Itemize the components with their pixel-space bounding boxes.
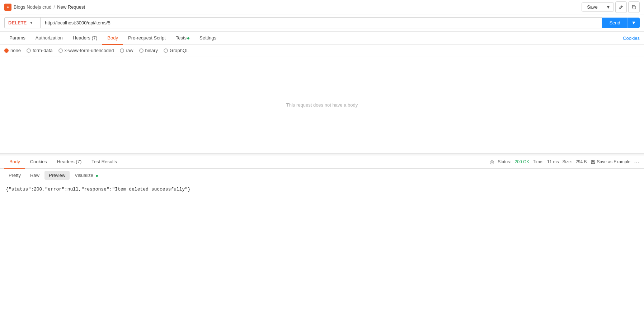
save-example-label: Save as Example — [597, 159, 630, 164]
method-label: DELETE — [8, 20, 27, 25]
radio-graphql-dot — [164, 48, 168, 53]
request-name: New Request — [57, 4, 85, 10]
save-button[interactable]: Save — [582, 3, 603, 11]
send-btn-group: Send ▼ — [602, 18, 640, 28]
sub-tab-raw[interactable]: Raw — [26, 171, 44, 180]
breadcrumb-separator: / — [54, 4, 55, 10]
top-bar: Blogs Nodejs crud / New Request Save ▼ — [0, 0, 644, 14]
response-section: Body Cookies Headers (7) Test Results ◎ … — [0, 155, 644, 333]
body-type-form-data[interactable]: form-data — [27, 48, 53, 53]
body-type-raw[interactable]: raw — [120, 48, 133, 53]
method-chevron-icon: ▼ — [29, 21, 33, 25]
save-example-icon — [591, 159, 596, 164]
resp-tab-body[interactable]: Body — [4, 155, 25, 169]
time-label: Time: — [533, 159, 544, 164]
more-options-button[interactable]: ⋯ — [634, 159, 640, 165]
body-type-urlencoded[interactable]: x-www-form-urlencoded — [58, 48, 114, 53]
no-body-message: This request does not have a body — [286, 102, 358, 108]
tab-authorization[interactable]: Authorization — [30, 32, 68, 45]
edit-icon-button[interactable] — [615, 1, 627, 13]
tab-settings[interactable]: Settings — [194, 32, 221, 45]
copy-icon — [631, 5, 636, 10]
size-value: 294 B — [575, 159, 587, 164]
tab-pre-request[interactable]: Pre-request Script — [123, 32, 171, 45]
url-input[interactable] — [40, 17, 602, 28]
tab-params[interactable]: Params — [4, 32, 30, 45]
radio-urlencoded-dot — [58, 48, 63, 53]
request-section: Params Authorization Headers (7) Body Pr… — [0, 32, 644, 153]
radio-none-dot — [4, 48, 9, 53]
tab-headers[interactable]: Headers (7) — [68, 32, 103, 45]
cookies-link[interactable]: Cookies — [623, 36, 640, 41]
response-body-text: {"status":200,"error":null,"response":"I… — [6, 187, 191, 192]
response-meta: ◎ Status: 200 OK Time: 11 ms Size: 294 B… — [490, 159, 640, 165]
radio-binary-dot — [139, 48, 144, 53]
radio-form-data-dot — [27, 48, 31, 53]
edit-icon — [619, 5, 624, 10]
tab-body[interactable]: Body — [102, 32, 123, 45]
svg-rect-1 — [633, 6, 636, 9]
top-bar-actions: Save ▼ — [582, 1, 640, 13]
request-body-area: This request does not have a body — [0, 56, 644, 153]
url-bar: DELETE ▼ Send ▼ — [0, 14, 644, 32]
size-label: Size: — [563, 159, 572, 164]
request-tabs: Params Authorization Headers (7) Body Pr… — [0, 32, 644, 45]
sub-tab-visualize[interactable]: Visualize — [70, 171, 102, 180]
status-value: 200 OK — [515, 159, 530, 164]
copy-icon-button[interactable] — [628, 1, 640, 13]
app-icon — [4, 4, 11, 11]
sub-tab-preview[interactable]: Preview — [44, 171, 70, 180]
radio-raw-dot — [120, 48, 124, 53]
visualize-dot — [96, 175, 98, 177]
save-dropdown-button[interactable]: ▼ — [603, 3, 614, 11]
send-dropdown-button[interactable]: ▼ — [627, 18, 640, 28]
body-type-binary[interactable]: binary — [139, 48, 158, 53]
globe-icon: ◎ — [490, 159, 494, 165]
time-value: 11 ms — [547, 159, 559, 164]
response-tabs-bar: Body Cookies Headers (7) Test Results ◎ … — [0, 155, 644, 169]
collection-name: Blogs Nodejs crud — [14, 4, 52, 10]
tests-badge — [187, 37, 189, 39]
status-label: Status: — [498, 159, 511, 164]
resp-tab-test-results[interactable]: Test Results — [86, 155, 122, 169]
response-body-content: {"status":200,"error":null,"response":"I… — [0, 182, 644, 196]
app-layout: Blogs Nodejs crud / New Request Save ▼ — [0, 0, 644, 333]
resp-tab-cookies[interactable]: Cookies — [25, 155, 52, 169]
response-sub-tabs: Pretty Raw Preview Visualize — [0, 169, 644, 182]
save-example-btn[interactable]: Save as Example — [591, 159, 630, 164]
method-selector[interactable]: DELETE ▼ — [4, 17, 40, 28]
tab-tests[interactable]: Tests — [171, 32, 194, 45]
body-type-graphql[interactable]: GraphQL — [164, 48, 189, 53]
body-type-row: none form-data x-www-form-urlencoded raw… — [0, 45, 644, 56]
breadcrumb: Blogs Nodejs crud / New Request — [4, 4, 85, 11]
resp-tab-headers[interactable]: Headers (7) — [52, 155, 87, 169]
save-btn-group: Save ▼ — [582, 2, 614, 12]
sub-tab-pretty[interactable]: Pretty — [4, 171, 25, 180]
send-button[interactable]: Send — [602, 18, 627, 28]
body-type-none[interactable]: none — [4, 48, 21, 53]
